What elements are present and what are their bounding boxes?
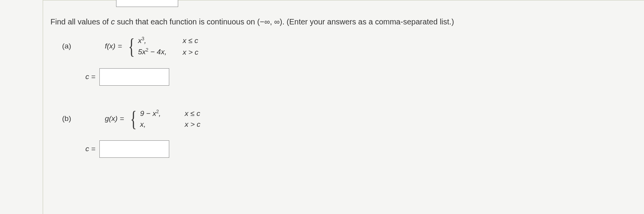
part-a-cases: x3, x ≤ c 5x2 − 4x, x > c xyxy=(138,36,198,57)
part-b-answer-row: c = xyxy=(85,140,636,158)
instruction-var: c xyxy=(111,17,115,26)
question-content: Find all values of c such that each func… xyxy=(50,10,636,158)
part-b-case1-expr: 9 − x2, xyxy=(140,109,185,118)
part-b-cases: 9 − x2, x ≤ c x, x > c xyxy=(140,109,201,129)
part-a-case1-expr: x3, xyxy=(138,36,182,45)
part-b-case1: 9 − x2, x ≤ c xyxy=(140,109,201,118)
instruction-prefix: Find all values of xyxy=(50,17,111,26)
part-a-label: (a) xyxy=(62,42,105,50)
part-a-func: f(x) xyxy=(105,42,115,50)
part-a-piecewise: { x3, x ≤ c 5x2 − 4x, x > c xyxy=(126,36,199,57)
part-b-answer-label: c = xyxy=(85,145,95,153)
part-b-eq: = xyxy=(120,114,124,123)
brace-icon: { xyxy=(128,37,135,56)
part-b-answer-input[interactable] xyxy=(99,140,169,158)
part-a-case2: 5x2 − 4x, x > c xyxy=(138,47,198,56)
part-b-case2: x, x > c xyxy=(140,120,201,129)
part-b-case1-cond: x ≤ c xyxy=(185,109,200,118)
instruction-text: Find all values of c such that each func… xyxy=(50,17,636,26)
part-a-answer-input[interactable] xyxy=(99,68,169,86)
part-a: (a) f(x) = { x3, x ≤ c 5x2 − 4x, x > c xyxy=(62,36,636,57)
part-a-answer-label: c = xyxy=(85,72,95,81)
instruction-rest: such that each function is continuous on… xyxy=(115,17,454,26)
part-b-func: g(x) xyxy=(105,114,118,123)
part-b: (b) g(x) = { 9 − x2, x ≤ c x, x > c xyxy=(62,109,636,129)
part-a-case1: x3, x ≤ c xyxy=(138,36,198,45)
part-b-label: (b) xyxy=(62,114,105,123)
part-a-case2-expr: 5x2 − 4x, xyxy=(138,47,182,56)
left-border xyxy=(43,0,43,214)
part-a-case2-cond: x > c xyxy=(182,48,198,57)
part-a-answer-row: c = xyxy=(85,68,636,86)
part-b-piecewise: { 9 − x2, x ≤ c x, x > c xyxy=(128,109,201,129)
part-b-case2-cond: x > c xyxy=(185,120,201,129)
part-a-case1-cond: x ≤ c xyxy=(182,36,198,45)
part-b-case2-expr: x, xyxy=(140,120,185,129)
prior-answer-input[interactable] xyxy=(116,0,178,7)
part-a-eq: = xyxy=(118,42,122,50)
brace-icon: { xyxy=(130,109,137,128)
